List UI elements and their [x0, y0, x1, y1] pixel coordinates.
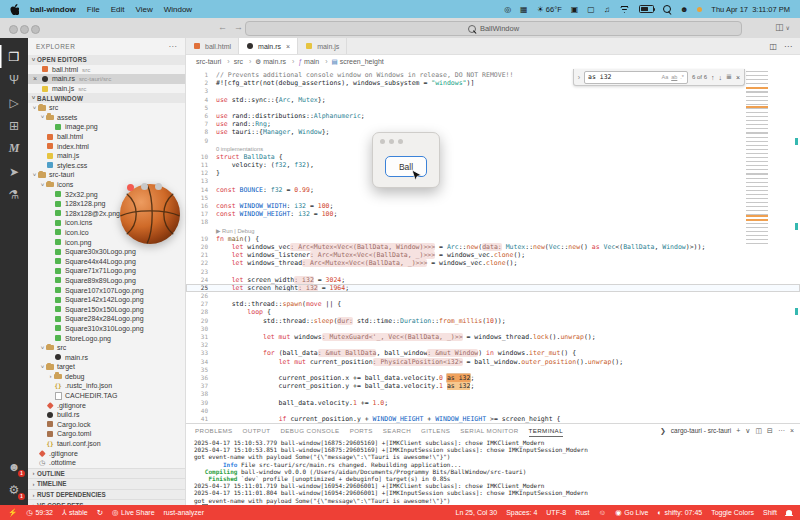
menu-item[interactable]: File: [87, 5, 100, 14]
breadcrumb-item[interactable]: src-tauri: [196, 58, 234, 65]
breadcrumb-item[interactable]: ▤screen_height: [332, 58, 386, 66]
find-next-button[interactable]: ↓: [719, 74, 723, 81]
activity-bar-item[interactable]: ❐: [0, 45, 28, 68]
nav-back-icon[interactable]: ←: [218, 22, 227, 32]
find-close-button[interactable]: ×: [736, 74, 740, 81]
status-bar-item[interactable]: ↻: [97, 508, 103, 517]
menubar-status-icon[interactable]: [639, 5, 654, 13]
explorer-row[interactable]: ˅ BALLWINDOW: [28, 93, 185, 103]
explorer-row[interactable]: ˅ src: [28, 343, 185, 353]
window-title-bar[interactable]: ← → BallWindow ◫∨: [0, 18, 800, 39]
status-bar-item[interactable]: ◷59:32: [26, 508, 53, 517]
menubar-status-icon[interactable]: ☀66°F: [537, 5, 562, 14]
ball-zoom-traffic-dot[interactable]: [155, 183, 162, 190]
ball-window-zoom-dot[interactable]: [398, 139, 403, 144]
menu-item[interactable]: Edit: [111, 5, 125, 14]
find-expand-icon[interactable]: ›: [578, 74, 580, 81]
terminal-title[interactable]: cargo-tauri - src-tauri: [671, 427, 731, 434]
status-bar-item[interactable]: [786, 510, 792, 515]
explorer-row[interactable]: ball.html: [28, 132, 185, 142]
explorer-row[interactable]: Square44x44Logo.png: [28, 256, 185, 266]
editor-tab[interactable]: ball.html: [186, 38, 239, 54]
explorer-row[interactable]: › TIMELINE: [28, 478, 185, 489]
find-input[interactable]: as i32 Aa ab .*: [584, 71, 688, 84]
explorer-row[interactable]: ˅ assets: [28, 113, 185, 123]
activity-bar-item[interactable]: ➤: [0, 160, 28, 183]
status-bar-item[interactable]: ◎Live Share: [112, 508, 155, 517]
status-bar-item[interactable]: UTF-8: [546, 509, 566, 516]
menubar-status-icon[interactable]: ▦: [520, 5, 528, 14]
explorer-row[interactable]: ˅ target: [28, 362, 185, 372]
breadcrumb-item[interactable]: ƒmain: [298, 58, 331, 65]
minimize-window-button[interactable]: [20, 25, 29, 34]
explorer-row[interactable]: image.png: [28, 122, 185, 132]
ball-app-window[interactable]: Ball: [372, 132, 440, 188]
whole-word-toggle[interactable]: ab: [671, 74, 677, 80]
explorer-row[interactable]: Square107x107Logo.png: [28, 285, 185, 295]
explorer-row[interactable]: styles.css: [28, 161, 185, 171]
editor-tab[interactable]: main.rs ×: [239, 38, 298, 54]
panel-tab[interactable]: PORTS: [350, 424, 373, 437]
explorer-row[interactable]: × main.rs src-tauri/src: [28, 74, 185, 84]
explorer-row[interactable]: Square30x30Logo.png: [28, 247, 185, 257]
explorer-row[interactable]: .rustc_info.json: [28, 381, 185, 391]
activity-bar-bottom-item[interactable]: ⚙1: [0, 478, 28, 501]
terminal-output[interactable]: 2025-04-17 15:10:53.779 ball-window[1687…: [186, 437, 800, 513]
explorer-row[interactable]: Cargo.lock: [28, 420, 185, 430]
ball-close-traffic-dot[interactable]: [127, 184, 134, 191]
explorer-row[interactable]: ˅ OPEN EDITORS: [28, 55, 185, 65]
editor-action-icon[interactable]: ◫: [769, 42, 777, 51]
command-center-search[interactable]: BallWindow: [245, 21, 742, 36]
regex-toggle[interactable]: .*: [680, 74, 684, 80]
explorer-row[interactable]: .gitignore: [28, 400, 185, 410]
explorer-row[interactable]: main.rs: [28, 352, 185, 362]
explorer-row[interactable]: CACHEDIR.TAG: [28, 391, 185, 401]
sidebar-more-icon[interactable]: ⋯: [169, 42, 178, 51]
nav-forward-icon[interactable]: →: [234, 22, 243, 32]
status-bar-item[interactable]: Spaces: 4: [506, 509, 537, 516]
menubar-status-icon[interactable]: ☻: [680, 5, 688, 14]
status-bar-item[interactable]: rust-analyzer: [164, 509, 204, 516]
ball-window-close-dot[interactable]: [380, 139, 385, 144]
menubar-status-icon[interactable]: ♫: [604, 5, 610, 14]
match-case-toggle[interactable]: Aa: [661, 74, 668, 80]
status-bar-item[interactable]: ◐shifty: 07:45: [657, 508, 702, 517]
status-bar-item[interactable]: Toggle Colors: [711, 509, 754, 516]
activity-bar-item[interactable]: M: [0, 137, 28, 160]
explorer-row[interactable]: main.js: [28, 151, 185, 161]
explorer-row[interactable]: Square310x310Logo.png: [28, 324, 185, 334]
menubar-status-icon[interactable]: [697, 7, 702, 12]
menubar-status-icon[interactable]: ▢: [587, 5, 595, 14]
editor-tab[interactable]: main.js: [298, 38, 347, 54]
panel-tab[interactable]: SEARCH: [383, 424, 411, 437]
terminal-action-icon[interactable]: ∨: [745, 427, 750, 435]
ball-minimize-traffic-dot[interactable]: [141, 183, 148, 190]
panel-tab[interactable]: OUTPUT: [243, 424, 271, 437]
explorer-row[interactable]: Cargo.toml: [28, 429, 185, 439]
menu-item[interactable]: View: [135, 5, 152, 14]
activity-bar-bottom-item[interactable]: ☻1: [0, 455, 28, 478]
activity-bar-item[interactable]: ⊞: [0, 114, 28, 137]
terminal-action-icon[interactable]: ×: [790, 427, 794, 435]
status-bar-item[interactable]: Ln 25, Col 30: [456, 509, 498, 516]
menubar-status-icon[interactable]: ▣: [571, 5, 579, 14]
customize-layout-button[interactable]: ◫∨: [775, 22, 790, 32]
explorer-row[interactable]: .ottotime: [28, 458, 185, 468]
apple-logo[interactable]: [10, 4, 19, 15]
minimap[interactable]: [746, 71, 768, 247]
active-app-name[interactable]: ball-window: [30, 5, 76, 14]
panel-tab[interactable]: PROBLEMS: [195, 424, 233, 437]
terminal-action-icon[interactable]: ◫: [755, 427, 762, 435]
panel-tab[interactable]: GITLENS: [421, 424, 450, 437]
explorer-row[interactable]: .gitignore: [28, 448, 185, 458]
menubar-status-icon[interactable]: [663, 5, 671, 13]
explorer-row[interactable]: Square150x150Logo.png: [28, 304, 185, 314]
editor-action-icon[interactable]: ⋯: [784, 42, 792, 51]
terminal-action-icon[interactable]: ⊟: [767, 427, 773, 435]
status-bar-item[interactable]: ☺: [599, 508, 607, 517]
code-editor[interactable]: 1 // Prevents additional console window …: [186, 68, 800, 423]
menu-item[interactable]: Window: [164, 5, 192, 14]
explorer-row[interactable]: ˅ src-tauri: [28, 170, 185, 180]
panel-tab[interactable]: SERIAL MONITOR: [460, 424, 518, 437]
status-bar-item[interactable]: Shift: [763, 509, 777, 516]
